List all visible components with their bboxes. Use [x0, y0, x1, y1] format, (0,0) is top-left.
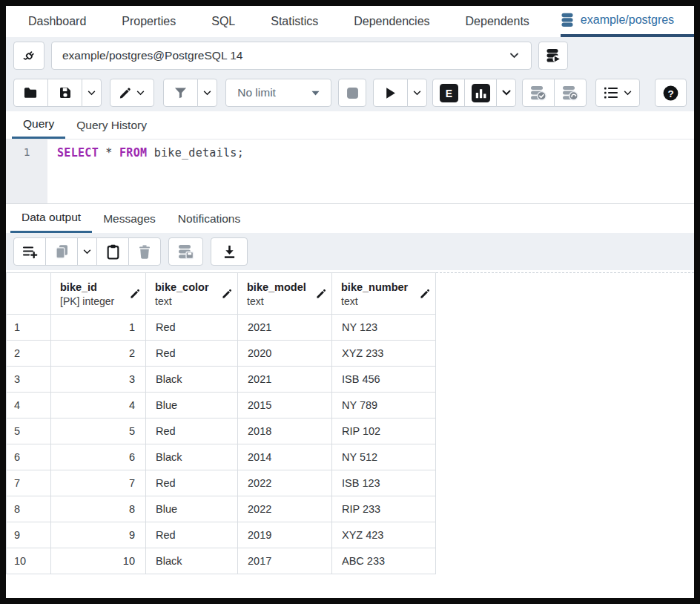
explain-options-button[interactable] [496, 79, 516, 107]
cell-bike_id[interactable]: 8 [51, 496, 146, 522]
column-header-bike_model[interactable]: bike_modeltext [238, 273, 332, 315]
cell-bike_id[interactable]: 2 [51, 341, 146, 367]
row-number[interactable]: 3 [7, 367, 51, 393]
open-file-button[interactable] [13, 79, 48, 107]
cell-bike_id[interactable]: 4 [51, 393, 146, 418]
cell-bike_color[interactable]: Black [146, 444, 238, 470]
row-number[interactable]: 1 [7, 315, 51, 341]
help-button[interactable]: ? [655, 79, 687, 107]
cell-bike_number[interactable]: ABC 233 [332, 548, 436, 574]
column-header-bike_color[interactable]: bike_colortext [146, 273, 238, 315]
add-row-button[interactable] [13, 237, 46, 266]
cell-bike_color[interactable]: Blue [146, 496, 238, 522]
cell-bike_id[interactable]: 5 [51, 418, 146, 444]
row-number[interactable]: 5 [7, 418, 51, 444]
cell-bike_model[interactable]: 2022 [238, 496, 332, 522]
commit-icon [530, 85, 547, 101]
save-options-button[interactable] [82, 79, 102, 107]
cell-bike_model[interactable]: 2021 [238, 315, 332, 341]
filter-icon [174, 87, 187, 99]
cell-bike_model[interactable]: 2014 [238, 444, 332, 470]
cell-bike_number[interactable]: NY 789 [332, 393, 436, 418]
tab-query-history[interactable]: Query History [65, 111, 158, 139]
row-number[interactable]: 2 [7, 341, 51, 367]
tab-dependencies[interactable]: Dependencies [354, 6, 429, 37]
tab-query-tool-active[interactable]: example/postgres [561, 6, 694, 37]
connection-select[interactable]: example/postgres@PostgreSQL 14 [51, 42, 532, 70]
cell-bike_color[interactable]: Red [146, 522, 238, 548]
row-number[interactable]: 9 [7, 522, 51, 548]
connection-value: example/postgres@PostgreSQL 14 [62, 49, 242, 62]
tab-properties[interactable]: Properties [122, 6, 176, 37]
tab-messages[interactable]: Messages [92, 204, 167, 233]
cell-bike_color[interactable]: Blue [146, 393, 238, 418]
execute-button[interactable] [373, 79, 408, 107]
cell-bike_id[interactable]: 10 [51, 548, 146, 574]
cell-bike_id[interactable]: 9 [51, 522, 146, 548]
cell-bike_number[interactable]: ISB 456 [332, 367, 436, 393]
download-results-button[interactable] [211, 237, 248, 266]
chevron-down-icon [624, 91, 632, 96]
cell-bike_model[interactable]: 2022 [238, 470, 332, 496]
tab-dashboard[interactable]: Dashboard [28, 6, 86, 37]
cell-bike_number[interactable]: NY 512 [332, 444, 436, 470]
column-type: [PK] integer [60, 295, 126, 309]
cell-bike_model[interactable]: 2021 [238, 367, 332, 393]
grid-select-all[interactable] [7, 273, 51, 315]
cell-bike_model[interactable]: 2020 [238, 341, 332, 367]
cell-bike_model[interactable]: 2017 [238, 548, 332, 574]
tab-sql[interactable]: SQL [211, 6, 235, 37]
cell-bike_id[interactable]: 7 [51, 470, 146, 496]
row-limit-select[interactable]: No limit [225, 79, 331, 107]
cell-bike_id[interactable]: 1 [51, 315, 146, 341]
column-header-bike_id[interactable]: bike_id[PK] integer [51, 273, 146, 315]
edit-menu-button[interactable] [110, 79, 154, 107]
cell-bike_number[interactable]: RIP 102 [332, 418, 436, 444]
cell-bike_number[interactable]: XYZ 423 [332, 522, 436, 548]
cell-bike_model[interactable]: 2018 [238, 418, 332, 444]
cell-bike_color[interactable]: Black [146, 367, 238, 393]
cell-bike_color[interactable]: Red [146, 418, 238, 444]
cell-bike_id[interactable]: 3 [51, 367, 146, 393]
filter-button[interactable] [163, 79, 198, 107]
explain-button[interactable]: E [432, 79, 465, 107]
new-connection-button[interactable] [538, 42, 568, 70]
explain-analyze-button[interactable] [464, 79, 497, 107]
column-type: text [341, 295, 416, 309]
filter-options-button[interactable] [197, 79, 217, 107]
cell-bike_number[interactable]: NY 123 [332, 315, 436, 341]
pgadmin-query-tool-window: Dashboard Properties SQL Statistics Depe… [6, 6, 694, 598]
connection-status-button[interactable] [13, 42, 44, 70]
cell-bike_color[interactable]: Red [146, 470, 238, 496]
save-file-button[interactable] [47, 79, 82, 107]
paste-button[interactable] [96, 237, 129, 266]
cell-bike_color[interactable]: Red [146, 315, 238, 341]
sql-code-area[interactable]: SELECT * FROM bike_details; [47, 139, 694, 203]
cell-bike_model[interactable]: 2015 [238, 393, 332, 418]
row-number[interactable]: 10 [7, 548, 51, 574]
cell-bike_color[interactable]: Black [146, 548, 238, 574]
column-type: text [155, 295, 218, 309]
tab-dependents[interactable]: Dependents [466, 6, 529, 37]
tab-statistics[interactable]: Statistics [271, 6, 318, 37]
macros-button[interactable] [595, 79, 640, 107]
cell-bike_id[interactable]: 6 [51, 444, 146, 470]
table-row: 55Red2018RIP 102 [7, 418, 436, 444]
cell-bike_model[interactable]: 2019 [238, 522, 332, 548]
row-number[interactable]: 8 [7, 496, 51, 522]
row-number[interactable]: 6 [7, 444, 51, 470]
cell-bike_number[interactable]: RIP 233 [332, 496, 436, 522]
edit-column-icon [222, 289, 232, 299]
tab-notifications[interactable]: Notifications [167, 204, 251, 233]
tab-data-output[interactable]: Data output [10, 204, 92, 233]
copy-options-button[interactable] [77, 237, 97, 266]
cell-bike_color[interactable]: Red [146, 341, 238, 367]
tab-query[interactable]: Query [12, 111, 65, 139]
cell-bike_number[interactable]: XYZ 233 [332, 341, 436, 367]
cell-bike_number[interactable]: ISB 123 [332, 470, 436, 496]
row-number[interactable]: 4 [7, 393, 51, 418]
execute-options-button[interactable] [407, 79, 427, 107]
row-number[interactable]: 7 [7, 470, 51, 496]
save-data-icon [178, 244, 194, 260]
column-header-bike_number[interactable]: bike_numbertext [332, 273, 436, 315]
